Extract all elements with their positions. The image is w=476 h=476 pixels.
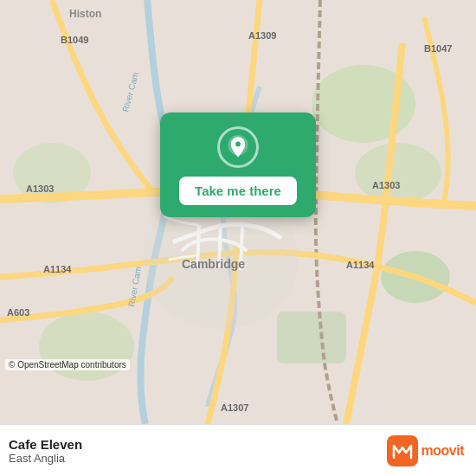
location-info: Cafe Eleven East Anglia [9, 437, 82, 465]
take-me-there-button[interactable]: Take me there [179, 177, 297, 205]
moovit-icon [387, 435, 418, 466]
svg-point-4 [39, 312, 134, 381]
location-icon-wrap [217, 126, 259, 168]
svg-text:A603: A603 [7, 307, 29, 318]
svg-text:Histon: Histon [69, 8, 101, 20]
svg-point-23 [235, 142, 241, 147]
moovit-logo: moovit [387, 435, 464, 466]
bottom-bar: Cafe Eleven East Anglia moovit [0, 424, 476, 476]
svg-text:B1047: B1047 [424, 43, 452, 54]
location-name: Cafe Eleven [9, 437, 82, 452]
map-container[interactable]: A1303 A1303 A1134 A1134 B1049 A1309 A130… [0, 0, 476, 424]
svg-text:A1134: A1134 [43, 264, 72, 274]
svg-text:A1303: A1303 [26, 183, 54, 194]
svg-rect-6 [277, 312, 346, 363]
svg-text:A1307: A1307 [221, 402, 248, 413]
region-name: East Anglia [9, 452, 82, 465]
svg-point-2 [355, 143, 441, 203]
navigation-card[interactable]: Take me there [160, 113, 316, 217]
osm-attribution: © OpenStreetMap contributors [5, 359, 130, 370]
moovit-brand-text: moovit [421, 443, 464, 459]
svg-text:B1049: B1049 [61, 35, 88, 45]
svg-text:A1134: A1134 [346, 260, 375, 270]
svg-text:A1303: A1303 [372, 180, 400, 190]
location-pin-icon [226, 135, 250, 159]
svg-text:A1309: A1309 [248, 30, 276, 41]
svg-rect-24 [387, 435, 418, 466]
